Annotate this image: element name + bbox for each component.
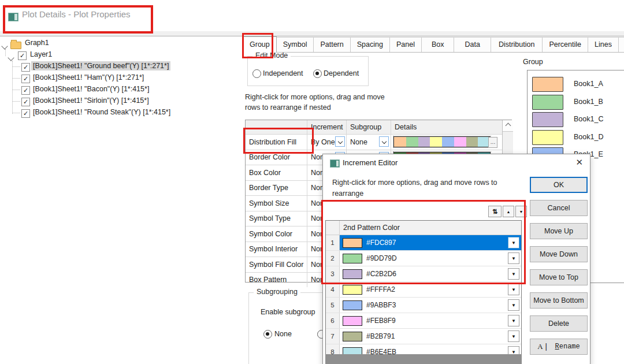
dialog-icon [330, 159, 340, 168]
ok-button[interactable]: OK [530, 177, 588, 193]
subgroup-cell[interactable]: None [347, 135, 391, 150]
color-dropdown[interactable]: ▼ [508, 330, 519, 342]
row-number: 2 [326, 251, 340, 266]
color-list-row[interactable]: 3#C2B2D6▼ [326, 266, 521, 282]
edit-mode-legend: Edit Mode [252, 51, 291, 60]
layer1-checkbox[interactable]: ✓ [18, 51, 27, 60]
strip-swatch [442, 137, 454, 147]
tree-connector-stub [13, 90, 20, 90]
dialog-hint-text: Right-click for more options, drag and m… [332, 177, 506, 199]
tab-connect[interactable]: Connect [618, 37, 624, 52]
plot-item-checkbox[interactable]: ✓ [21, 63, 30, 72]
color-dropdown[interactable]: ▼ [508, 315, 519, 326]
color-swatch [343, 238, 362, 248]
color-swatch [343, 254, 362, 263]
row-number: 6 [326, 313, 340, 328]
tree-node-plot-item[interactable]: [Book1]Sheet1! "Sirloin"(Y) [1*:415*] [31, 96, 151, 105]
color-list-row[interactable]: 7#B2B791▼ [326, 329, 521, 344]
color-swatch [343, 316, 362, 326]
enable-subgroup-label: Enable subgroup [261, 308, 315, 316]
tab-data[interactable]: Data [454, 37, 491, 52]
color-list-row[interactable]: 5#9ABBF3▼ [326, 298, 521, 313]
rename-label: Rename [555, 343, 580, 351]
strip-swatch [466, 137, 478, 147]
list-toolbar: ⇅ ▲ ▼ [487, 206, 527, 217]
move-row-down-button[interactable]: ▼ [515, 206, 527, 217]
rename-button[interactable]: A❘Rename [530, 339, 588, 355]
move-row-up-button[interactable]: ▲ [503, 206, 514, 217]
tab-percentile[interactable]: Percentile [542, 37, 588, 52]
plot-item-checkbox[interactable]: ✓ [21, 109, 30, 118]
row-content[interactable]: #FFFFA2 [340, 282, 521, 297]
color-dropdown[interactable]: ▼ [508, 284, 519, 295]
color-dropdown[interactable]: ▼ [508, 268, 519, 280]
subgrouping-radio-none[interactable] [263, 330, 272, 339]
scroll-up-button[interactable] [503, 120, 513, 132]
color-dropdown[interactable]: ▼ [508, 237, 519, 248]
edit-mode-label-independent[interactable]: Independent [263, 69, 303, 77]
row-number: 4 [326, 282, 340, 297]
color-list-row[interactable]: 6#FEB8F9▼ [326, 313, 521, 329]
tab-pattern[interactable]: Pattern [313, 37, 350, 52]
tree-node-layer1[interactable]: Layer1 [28, 50, 54, 59]
edit-mode-radio-dependent[interactable] [313, 69, 322, 78]
table-header-Increment: Increment [307, 120, 347, 134]
row-content[interactable]: #B2B791 [340, 329, 521, 344]
edit-mode-radio-independent[interactable] [252, 69, 261, 78]
row-number: 7 [326, 329, 340, 344]
tab-panel[interactable]: Panel [389, 37, 422, 52]
tree-node-plot-item[interactable]: [Book1]Sheet1! "Bacon"(Y) [1*:415*] [31, 84, 151, 94]
move-to-top-button[interactable]: Move to Top [530, 269, 588, 285]
move-to-bottom-button[interactable]: Move to Bottom [530, 292, 588, 309]
tree-node-plot-item[interactable]: [Book1]Sheet1! "Ham"(Y) [1*:271*] [31, 73, 146, 82]
tree-connector-line [5, 49, 6, 56]
row-content[interactable]: #FDC897 [340, 235, 521, 250]
color-list-row[interactable]: 4#FFFFA2▼ [326, 282, 521, 298]
details-more-button[interactable]: ... [488, 137, 497, 148]
row-content[interactable]: #FEB8F9 [340, 313, 521, 328]
tree-connector-stub [13, 66, 20, 67]
tab-lines[interactable]: Lines [588, 37, 619, 52]
table-row[interactable]: Distribution FillBy OneNone... [246, 134, 511, 150]
tab-symbol[interactable]: Symbol [276, 37, 314, 52]
cancel-button[interactable]: Cancel [530, 200, 588, 216]
color-list-row[interactable]: 1#FDC897▼ [326, 235, 521, 251]
property-name-cell: Symbol Color [246, 226, 307, 242]
move-up-button[interactable]: Move Up [530, 223, 588, 239]
color-dropdown[interactable]: ▼ [508, 299, 519, 311]
plot-item-checkbox[interactable]: ✓ [21, 75, 30, 83]
tab-group[interactable]: Group [243, 36, 277, 53]
plot-item-checkbox[interactable]: ✓ [21, 98, 30, 106]
plot-item-checkbox[interactable]: ✓ [21, 86, 30, 95]
color-dropdown[interactable]: ▼ [508, 252, 519, 264]
row-number: 5 [326, 298, 340, 313]
color-list-row[interactable]: 2#9DD79D▼ [326, 251, 521, 266]
increment-dropdown[interactable] [335, 136, 345, 147]
row-content[interactable]: #C2B2D6 [340, 266, 521, 281]
details-cell[interactable]: ... [391, 135, 499, 150]
delete-button[interactable]: Delete [530, 315, 588, 332]
tree-node-plot-item[interactable]: [Book1]Sheet1! "Ground beef"(Y) [1*:271*… [31, 61, 170, 70]
dialog-title: Increment Editor [343, 158, 398, 167]
row-content[interactable]: #9ABBF3 [340, 298, 521, 313]
table-hint-text: Right-click for more options, drag and m… [245, 92, 400, 113]
group-item-label: Book1_C [574, 115, 603, 123]
tree-node-plot-item[interactable]: [Book1]Sheet1! "Round Steak"(Y) [1*:415*… [31, 107, 172, 117]
details-color-strip[interactable] [393, 136, 491, 147]
subgroup-dropdown[interactable] [379, 136, 389, 147]
tab-distribution[interactable]: Distribution [491, 37, 543, 52]
tree-node-graph1[interactable]: Graph1 [23, 38, 51, 47]
tab-box[interactable]: Box [421, 37, 455, 52]
tree-expander-graph1[interactable] [2, 42, 7, 50]
property-name-cell: Box Pattern [246, 273, 307, 288]
increment-cell[interactable]: By One [307, 135, 347, 150]
property-name-cell: Symbol Interior [246, 242, 307, 257]
close-icon[interactable]: ✕ [575, 157, 583, 168]
subgrouping-none-label[interactable]: None [274, 330, 292, 338]
tab-spacing[interactable]: Spacing [350, 37, 390, 52]
edit-mode-label-dependent[interactable]: Dependent [324, 69, 359, 77]
move-down-button[interactable]: Move Down [530, 246, 588, 262]
group-swatch [532, 130, 563, 145]
swap-rows-button[interactable]: ⇅ [488, 206, 502, 217]
row-content[interactable]: #9DD79D [340, 251, 521, 266]
